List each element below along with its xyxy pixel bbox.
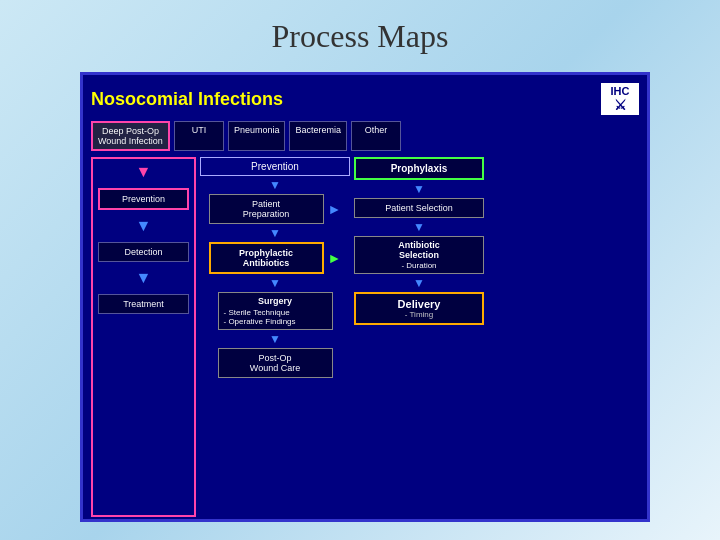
detection-box: Detection: [98, 242, 189, 262]
mid-arrow-4: ▼: [269, 333, 281, 345]
antibiotic-selection-box: AntibioticSelection - Duration: [354, 236, 484, 274]
blue-arrow-down-1: ▼: [98, 218, 189, 234]
patient-prep-box: PatientPreparation: [209, 194, 324, 224]
prophylaxis-header: Prophylaxis: [354, 157, 484, 180]
right-column: Prophylaxis ▼ Patient Selection ▼ Antibi…: [354, 157, 484, 517]
surgery-line2: - Operative Findings: [224, 317, 327, 326]
prophylactic-antibiotics-box: ProphylacticAntibiotics: [209, 242, 324, 274]
card-title: Nosocomial Infections: [91, 89, 283, 110]
cat-other[interactable]: Other: [351, 121, 401, 151]
cat-bacteremia[interactable]: Bacteremia: [289, 121, 347, 151]
mid-arrow-3: ▼: [269, 277, 281, 289]
patient-prep-row: PatientPreparation ►: [209, 194, 342, 224]
right-arrow-green: ►: [328, 250, 342, 266]
delivery-sub: - Timing: [362, 310, 476, 319]
ihc-logo: IHC ⚔: [601, 83, 639, 115]
delivery-title: Delivery: [362, 298, 476, 310]
prevention-label-left: Prevention: [122, 194, 165, 204]
mid-column: Prevention ▼ PatientPreparation ► ▼ Prop…: [200, 157, 350, 517]
prevention-header-label: Prevention: [251, 161, 299, 172]
prevention-box-left: Prevention: [98, 188, 189, 210]
blue-arrow-down-2: ▼: [98, 270, 189, 286]
treatment-label: Treatment: [123, 299, 164, 309]
ihc-icon: ⚔: [614, 97, 627, 113]
right-arrow-blue: ►: [328, 201, 342, 217]
ihc-text: IHC: [611, 85, 630, 97]
mid-arrow-1: ▼: [269, 179, 281, 191]
postop-box: Post-OpWound Care: [218, 348, 333, 378]
cat-label-uti: UTI: [192, 125, 207, 135]
left-outer-box: ▼ Prevention ▼ Detection ▼ Treatment: [91, 157, 196, 517]
content-area: ▼ Prevention ▼ Detection ▼ Treatment Pre…: [91, 157, 639, 517]
left-column: ▼ Prevention ▼ Detection ▼ Treatment: [91, 157, 196, 517]
patient-selection-label: Patient Selection: [385, 203, 453, 213]
postop-label: Post-OpWound Care: [250, 353, 300, 373]
surgery-title: Surgery: [224, 296, 327, 306]
surgery-line1: - Sterile Technique: [224, 308, 327, 317]
cat-label-bacteremia: Bacteremia: [295, 125, 341, 135]
treatment-box: Treatment: [98, 294, 189, 314]
detection-label: Detection: [124, 247, 162, 257]
patient-selection-box: Patient Selection: [354, 198, 484, 218]
prophylactic-label: ProphylacticAntibiotics: [239, 248, 293, 268]
cat-deep-post-op[interactable]: Deep Post-OpWound Infection: [91, 121, 170, 151]
prophylaxis-label: Prophylaxis: [391, 163, 448, 174]
cat-label-deep: Deep Post-OpWound Infection: [98, 126, 163, 146]
right-arrow-down-2: ▼: [354, 221, 484, 233]
pink-arrow-down-top: ▼: [98, 164, 189, 180]
main-card: Nosocomial Infections IHC ⚔ Deep Post-Op…: [80, 72, 650, 522]
cat-uti[interactable]: UTI: [174, 121, 224, 151]
prophylactic-row: ProphylacticAntibiotics ►: [209, 242, 342, 274]
antibiotic-title: AntibioticSelection: [360, 240, 478, 260]
right-arrow-down-3: ▼: [354, 277, 484, 289]
patient-prep-label: PatientPreparation: [243, 199, 290, 219]
prevention-header: Prevention: [200, 157, 350, 176]
cat-label-pneumonia: Pneumonia: [234, 125, 280, 135]
right-arrow-down-1: ▼: [354, 183, 484, 195]
surgery-box: Surgery - Sterile Technique - Operative …: [218, 292, 333, 330]
page-title: Process Maps: [0, 18, 720, 55]
antibiotic-sub: - Duration: [360, 261, 478, 270]
cat-label-other: Other: [365, 125, 388, 135]
category-row: Deep Post-OpWound Infection UTI Pneumoni…: [91, 121, 639, 151]
delivery-box: Delivery - Timing: [354, 292, 484, 325]
mid-arrow-2: ▼: [269, 227, 281, 239]
card-header: Nosocomial Infections IHC ⚔: [91, 83, 639, 115]
cat-pneumonia[interactable]: Pneumonia: [228, 121, 286, 151]
